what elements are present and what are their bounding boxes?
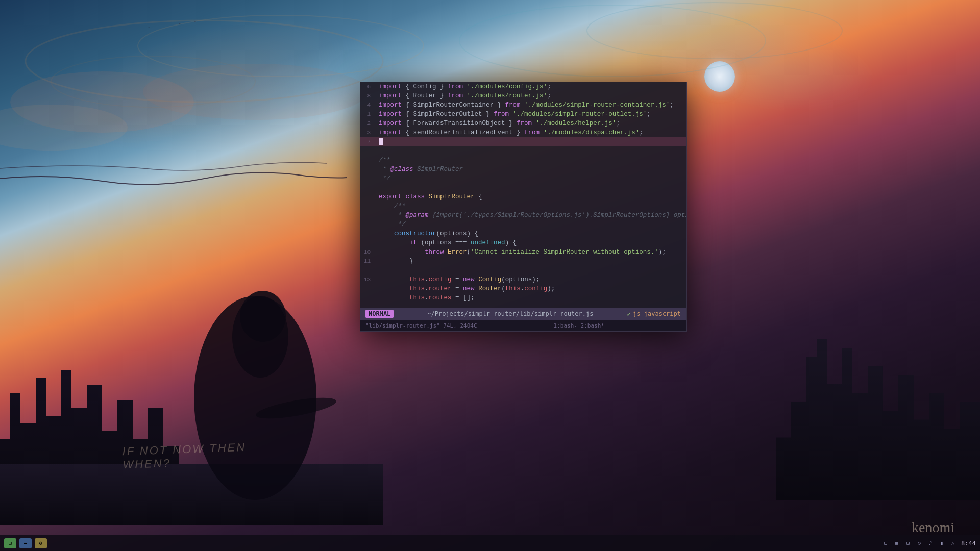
editor-status-bar: NORMAL ~/Projects/simplr-router/lib/simp…: [360, 308, 686, 320]
tray-icon-volume[interactable]: ♪: [926, 539, 935, 547]
code-line-config: 13 this.config = new Config(options);: [360, 275, 686, 284]
code-line-export: export class SimplrRouter {: [360, 192, 686, 202]
vim-mode: NORMAL: [365, 310, 394, 318]
tray-icon-battery[interactable]: ▮: [938, 539, 946, 547]
tray-icon-1[interactable]: ⊟: [881, 539, 890, 547]
tray-icon-network[interactable]: ⊕: [915, 539, 923, 547]
code-line-jsdoc1: /**: [360, 202, 686, 211]
code-line-empty2: [360, 183, 686, 192]
tray-icon-up[interactable]: △: [949, 539, 957, 547]
taskbar-btn-green[interactable]: ⊞: [4, 538, 16, 548]
code-line-routes: this.routes = [];: [360, 293, 686, 303]
taskbar-btn-gold[interactable]: ⚙: [35, 538, 47, 548]
code-line-comment2: * @class SimplrRouter: [360, 165, 686, 174]
taskbar-clock: 8:44: [961, 540, 976, 547]
code-line-jsdoc3: */: [360, 220, 686, 229]
language-label: js javascript: [633, 310, 681, 317]
code-line-2: 8 import { Router } from './modules/rout…: [360, 91, 686, 101]
code-line-1: 6 import { Config } from './modules/conf…: [360, 82, 686, 91]
code-line-4: 1 import { SimplrRouterOutlet } from './…: [360, 110, 686, 119]
editor-window: 6 import { Config } from './modules/conf…: [360, 82, 687, 332]
code-line-jsdoc2: * @param {import('./types/SimplrRouterOp…: [360, 211, 686, 220]
status-check: ✓ js javascript: [627, 310, 681, 318]
code-line-close1: 11 }: [360, 257, 686, 266]
code-line-comment1: /**: [360, 156, 686, 165]
code-line-5: 2 import { ForwardsTransitionObject } fr…: [360, 119, 686, 128]
tmux-info: 1:bash- 2:bash*: [477, 322, 681, 329]
check-icon: ✓: [627, 310, 631, 318]
code-area[interactable]: 6 import { Config } from './modules/conf…: [360, 82, 686, 308]
taskbar-btn-blue[interactable]: ▬: [19, 538, 32, 548]
code-line-router: this.router = new Router(this.config);: [360, 284, 686, 293]
code-line-3: 4 import { SimplrRouterContainer } from …: [360, 101, 686, 110]
code-line-7-cursor: 7: [360, 137, 686, 146]
tray-icon-2[interactable]: ▦: [893, 539, 901, 547]
tray-icon-3[interactable]: ⊡: [904, 539, 912, 547]
code-line-throw: 10 throw Error('Cannot initialize Simplr…: [360, 247, 686, 257]
artist-signature: kenomi: [912, 519, 954, 536]
editor-status-bar2: "lib/simplr-router.js" 74L, 2404C 1:bash…: [360, 320, 686, 331]
file-info: "lib/simplr-router.js" 74L, 2404C: [365, 322, 477, 329]
code-line-6: 3 import { sendRouterInitializedEvent } …: [360, 128, 686, 137]
tray-icons: ⊟ ▦ ⊡ ⊕ ♪ ▮ △: [881, 539, 957, 547]
rooftop: [0, 464, 383, 525]
taskbar: ⊞ ▬ ⚙ ⊟ ▦ ⊡ ⊕ ♪ ▮ △ 8:44: [0, 535, 980, 551]
code-line-constructor: constructor(options) {: [360, 229, 686, 238]
code-line-comment3: */: [360, 174, 686, 183]
cloud-decoration-3: [0, 77, 408, 153]
code-line-empty1: [360, 146, 686, 156]
wall-text: IF NOT NOW THEN WHEN?: [122, 441, 247, 471]
code-line-empty3: [360, 266, 686, 275]
taskbar-right: ⊟ ▦ ⊡ ⊕ ♪ ▮ △ 8:44: [881, 539, 976, 547]
moon-decoration: [704, 61, 735, 92]
code-line-if: if (options === undefined) {: [360, 238, 686, 247]
code-line-empty4: [360, 303, 686, 308]
file-path: ~/Projects/simplr-router/lib/simplr-rout…: [399, 310, 622, 317]
